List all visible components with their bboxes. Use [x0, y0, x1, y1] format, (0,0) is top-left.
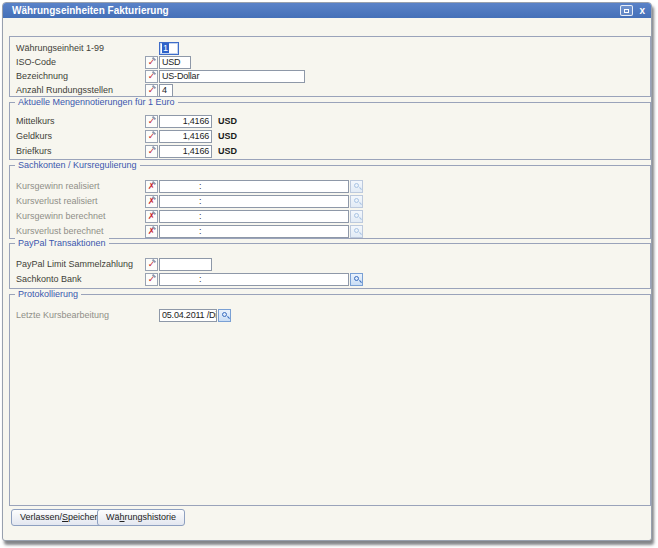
- iso-code-label: ISO-Code: [16, 56, 56, 69]
- form-row: ISO-Code ✓ USD: [10, 56, 650, 69]
- iso-code-input[interactable]: USD: [159, 56, 191, 69]
- lookup-icon[interactable]: [350, 273, 363, 286]
- form-row: PayPal Limit Sammelzahlung ✓: [10, 258, 650, 271]
- lookup-icon: [350, 210, 363, 223]
- cleared-x-icon[interactable]: ✗: [145, 225, 158, 238]
- accounts-groupbox: Sachkonten / Kursregulierung Kursgewinn …: [9, 165, 651, 239]
- cleared-x-icon[interactable]: ✗: [145, 180, 158, 193]
- modified-check-icon[interactable]: ✓: [145, 145, 158, 158]
- modified-check-icon[interactable]: ✓: [145, 115, 158, 128]
- lookup-icon: [350, 225, 363, 238]
- form-row: Kursverlust berechnet ✗ :: [10, 225, 650, 238]
- form-row: Mittelkurs ✓ 1,4166 USD: [10, 115, 650, 128]
- titlebar-controls: x: [620, 5, 645, 16]
- form-row: Kursgewinn berechnet ✗ :: [10, 210, 650, 223]
- protocol-groupbox: Protokollierung Letzte Kursbearbeitung 0…: [9, 294, 651, 506]
- general-groupbox: Währungseinheit 1-99 1 ISO-Code ✓ USD Be…: [9, 36, 651, 97]
- form-row: Kursgewinn realisiert ✗ :: [10, 180, 650, 193]
- dialog-body: Währungseinheit 1-99 1 ISO-Code ✓ USD Be…: [3, 18, 651, 540]
- lookup-icon: [350, 180, 363, 193]
- currency-unit-suffix: USD: [218, 145, 237, 158]
- rounding-digits-input[interactable]: 4: [159, 84, 173, 97]
- currency-unit-suffix: USD: [218, 130, 237, 143]
- form-row: Letzte Kursbearbeitung 05.04.2011 /Di: [10, 309, 650, 322]
- currency-unit-label: Währungseinheit 1-99: [16, 42, 104, 55]
- loss-calculated-input: :: [159, 225, 349, 238]
- bank-account-input[interactable]: :: [159, 273, 349, 286]
- form-row: Anzahl Rundungsstellen ✓ 4: [10, 84, 650, 97]
- currency-unit-suffix: USD: [218, 115, 237, 128]
- gain-calculated-input: :: [159, 210, 349, 223]
- form-row: Briefkurs ✓ 1,4166 USD: [10, 145, 650, 158]
- modified-check-icon[interactable]: ✓: [145, 84, 158, 97]
- form-row: Geldkurs ✓ 1,4166 USD: [10, 130, 650, 143]
- form-row: Bezeichnung ✓ US-Dollar: [10, 70, 650, 83]
- bid-rate-label: Geldkurs: [16, 130, 52, 143]
- quotes-groupbox: Aktuelle Mengennotierungen für 1 Euro Mi…: [9, 102, 651, 160]
- last-edit-date-input[interactable]: 05.04.2011 /Di: [159, 309, 217, 322]
- gain-realized-label: Kursgewinn realisiert: [16, 180, 100, 193]
- paypal-limit-input[interactable]: [159, 258, 212, 271]
- gain-realized-input: :: [159, 180, 349, 193]
- rounding-digits-label: Anzahl Rundungsstellen: [16, 84, 113, 97]
- close-icon[interactable]: x: [639, 5, 645, 16]
- cleared-x-icon[interactable]: ✗: [145, 195, 158, 208]
- modified-check-icon[interactable]: ✓: [145, 70, 158, 83]
- modified-check-icon[interactable]: ✓: [145, 56, 158, 69]
- titlebar[interactable]: Währungseinheiten Fakturierung x: [3, 3, 651, 18]
- bid-rate-input[interactable]: 1,4166: [159, 130, 212, 143]
- footer: Verlassen/Speichern Währungshistorie: [3, 509, 651, 526]
- form-row: Kursverlust realisiert ✗ :: [10, 195, 650, 208]
- accounts-legend: Sachkonten / Kursregulierung: [15, 160, 140, 170]
- restore-window-icon[interactable]: [620, 5, 633, 16]
- paypal-legend: PayPal Transaktionen: [15, 238, 109, 248]
- paypal-groupbox: PayPal Transaktionen PayPal Limit Sammel…: [9, 243, 651, 289]
- quotes-legend: Aktuelle Mengennotierungen für 1 Euro: [15, 97, 178, 107]
- calendar-lookup-icon[interactable]: [218, 309, 231, 322]
- loss-realized-label: Kursverlust realisiert: [16, 195, 98, 208]
- modified-check-icon[interactable]: ✓: [145, 130, 158, 143]
- lookup-icon: [350, 195, 363, 208]
- currency-unit-input[interactable]: 1: [159, 42, 179, 55]
- form-row: Sachkonto Bank ✓ :: [10, 273, 650, 286]
- mid-rate-input[interactable]: 1,4166: [159, 115, 212, 128]
- description-label: Bezeichnung: [16, 70, 68, 83]
- cleared-x-icon[interactable]: ✗: [145, 210, 158, 223]
- protocol-legend: Protokollierung: [15, 289, 81, 299]
- modified-check-icon[interactable]: ✓: [145, 258, 158, 271]
- modified-check-icon[interactable]: ✓: [145, 273, 158, 286]
- window-title: Währungseinheiten Fakturierung: [12, 5, 169, 16]
- description-input[interactable]: US-Dollar: [159, 70, 305, 83]
- loss-calculated-label: Kursverlust berechnet: [16, 225, 104, 238]
- mid-rate-label: Mittelkurs: [16, 115, 55, 128]
- form-row: Währungseinheit 1-99 1: [10, 42, 650, 55]
- dialog-window: Währungseinheiten Fakturierung x Währung…: [2, 2, 652, 541]
- loss-realized-input: :: [159, 195, 349, 208]
- bank-account-label: Sachkonto Bank: [16, 273, 82, 286]
- last-edit-label: Letzte Kursbearbeitung: [16, 309, 109, 322]
- paypal-limit-label: PayPal Limit Sammelzahlung: [16, 258, 133, 271]
- currency-history-button[interactable]: Währungshistorie: [97, 509, 185, 526]
- gain-calculated-label: Kursgewinn berechnet: [16, 210, 106, 223]
- ask-rate-label: Briefkurs: [16, 145, 52, 158]
- ask-rate-input[interactable]: 1,4166: [159, 145, 212, 158]
